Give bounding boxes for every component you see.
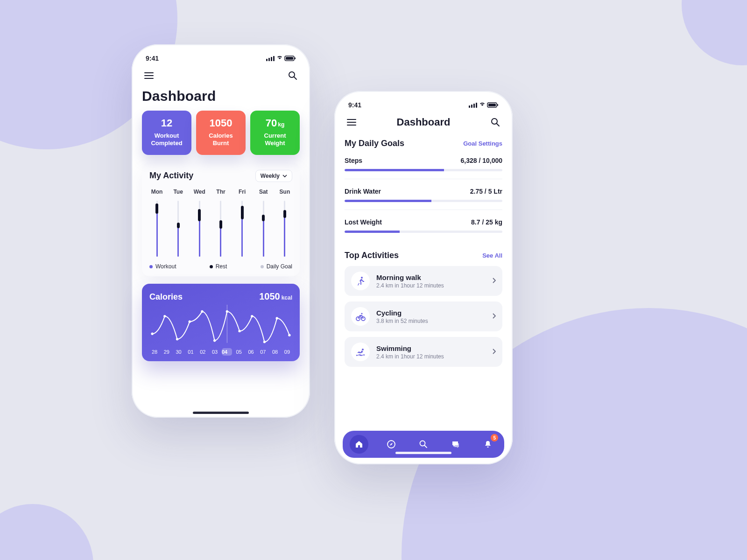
goal-settings-link[interactable]: Goal Settings bbox=[463, 140, 502, 147]
activity-legend: Workout Rest Daily Goal bbox=[149, 263, 292, 270]
calories-date[interactable]: 30 bbox=[174, 348, 184, 356]
svg-rect-31 bbox=[497, 104, 498, 106]
calories-date[interactable]: 06 bbox=[246, 348, 256, 356]
svg-rect-30 bbox=[488, 104, 496, 106]
tab-messages[interactable] bbox=[446, 435, 465, 454]
goals-title: My Daily Goals bbox=[345, 139, 404, 148]
svg-line-11 bbox=[294, 77, 296, 79]
svg-rect-2 bbox=[271, 57, 272, 61]
calories-date[interactable]: 28 bbox=[149, 348, 160, 356]
activity-day: Tue bbox=[171, 189, 186, 257]
activity-title: My Activity bbox=[149, 171, 193, 181]
calories-date[interactable]: 03 bbox=[210, 348, 220, 356]
svg-rect-27 bbox=[473, 104, 475, 108]
activities-title: Top Activities bbox=[345, 251, 399, 260]
activity-card: My Activity Weekly MonTueWedThrFriSatSun… bbox=[142, 162, 300, 276]
page-title: Dashboard bbox=[142, 87, 300, 111]
activity-day: Mon bbox=[149, 189, 164, 257]
svg-point-24 bbox=[288, 334, 290, 336]
calories-date[interactable]: 01 bbox=[185, 348, 196, 356]
tab-search[interactable] bbox=[414, 435, 433, 454]
bottom-tab-bar: 5 bbox=[343, 431, 504, 458]
svg-point-20 bbox=[238, 329, 240, 332]
svg-rect-26 bbox=[471, 105, 472, 108]
chevron-right-icon bbox=[492, 312, 496, 321]
svg-point-17 bbox=[201, 310, 203, 312]
activity-item[interactable]: Swimming2.4 km in 1hour 12 minutes bbox=[345, 337, 502, 367]
activity-day: Sun bbox=[277, 189, 292, 257]
svg-point-22 bbox=[263, 341, 266, 343]
hamburger-icon[interactable] bbox=[142, 69, 156, 83]
svg-point-16 bbox=[189, 320, 191, 322]
calories-date[interactable]: 29 bbox=[162, 348, 172, 356]
svg-point-41 bbox=[362, 349, 364, 350]
svg-point-14 bbox=[163, 315, 166, 317]
goals-list: Steps6,328 / 10,000Drink Water2.75 / 5 L… bbox=[345, 157, 502, 240]
svg-line-36 bbox=[497, 124, 499, 126]
svg-point-23 bbox=[276, 317, 278, 319]
calories-title: Calories bbox=[149, 292, 183, 302]
svg-rect-0 bbox=[266, 59, 268, 61]
activity-day: Wed bbox=[192, 189, 207, 257]
svg-point-18 bbox=[213, 339, 216, 342]
calories-date[interactable]: 02 bbox=[197, 348, 208, 356]
stat-weight[interactable]: 70kg CurrentWeight bbox=[250, 111, 300, 155]
chevron-down-icon bbox=[282, 175, 287, 177]
swim-icon bbox=[351, 343, 370, 361]
tab-explore[interactable] bbox=[382, 435, 401, 454]
calories-date[interactable]: 09 bbox=[282, 348, 292, 356]
stat-workouts[interactable]: 12 WorkoutCompleted bbox=[142, 111, 191, 155]
goal-item: Steps6,328 / 10,000 bbox=[345, 157, 502, 179]
calories-card: Calories 1050kcal 2829300102030405060708… bbox=[142, 284, 300, 362]
svg-point-19 bbox=[226, 310, 228, 312]
svg-line-44 bbox=[424, 446, 427, 448]
calories-date[interactable]: 07 bbox=[258, 348, 268, 356]
calories-date[interactable]: 05 bbox=[234, 348, 244, 356]
phone-screen-goals: 9:41 Dashboard My Daily Goals Goal Setti… bbox=[334, 91, 513, 464]
svg-point-43 bbox=[420, 441, 425, 446]
calories-date[interactable]: 08 bbox=[270, 348, 280, 356]
status-bar: 9:41 bbox=[142, 53, 300, 67]
phone-screen-dashboard: 9:41 Dashboard 12 WorkoutCompleted 1050 … bbox=[132, 44, 310, 418]
notification-badge: 5 bbox=[491, 434, 498, 441]
activity-chart: MonTueWedThrFriSatSun bbox=[149, 189, 292, 257]
status-time: 9:41 bbox=[348, 101, 361, 109]
range-selector[interactable]: Weekly bbox=[255, 170, 292, 182]
search-icon[interactable] bbox=[488, 115, 502, 129]
tab-notifications[interactable]: 5 bbox=[479, 435, 497, 454]
status-icons bbox=[469, 102, 499, 108]
tab-home[interactable] bbox=[350, 435, 368, 454]
search-icon[interactable] bbox=[286, 69, 300, 83]
svg-point-37 bbox=[361, 277, 363, 279]
chevron-right-icon bbox=[492, 348, 496, 356]
activities-list: Morning walk2.4 km in 1hour 12 minutesCy… bbox=[345, 266, 502, 367]
activity-day: Fri bbox=[235, 189, 250, 257]
svg-rect-1 bbox=[268, 58, 270, 61]
status-time: 9:41 bbox=[146, 55, 159, 62]
run-icon bbox=[351, 272, 370, 290]
svg-point-21 bbox=[251, 315, 253, 317]
svg-point-15 bbox=[176, 338, 178, 340]
bike-icon bbox=[351, 307, 370, 326]
home-indicator bbox=[395, 452, 451, 454]
page-title: Dashboard bbox=[397, 116, 451, 128]
calories-dates: 282930010203040506070809 bbox=[149, 348, 292, 356]
hamburger-icon[interactable] bbox=[345, 115, 359, 129]
svg-rect-5 bbox=[286, 57, 293, 60]
stat-calories[interactable]: 1050 CaloriesBurnt bbox=[196, 111, 246, 155]
svg-point-39 bbox=[361, 317, 365, 321]
see-all-link[interactable]: See All bbox=[482, 252, 502, 259]
svg-rect-28 bbox=[476, 103, 477, 108]
stats-row: 12 WorkoutCompleted 1050 CaloriesBurnt 7… bbox=[142, 111, 300, 155]
svg-point-13 bbox=[151, 332, 153, 335]
goal-item: Lost Weight8.7 / 25 kg bbox=[345, 218, 502, 240]
svg-point-10 bbox=[289, 72, 295, 77]
status-bar: 9:41 bbox=[345, 99, 502, 113]
goal-item: Drink Water2.75 / 5 Ltr bbox=[345, 188, 502, 210]
svg-rect-3 bbox=[273, 56, 275, 61]
activity-item[interactable]: Cycling3.8 km in 52 minutes bbox=[345, 301, 502, 331]
calories-date[interactable]: 04 bbox=[222, 348, 232, 356]
svg-point-40 bbox=[361, 313, 362, 314]
activity-item[interactable]: Morning walk2.4 km in 1hour 12 minutes bbox=[345, 266, 502, 296]
activity-day: Thr bbox=[213, 189, 228, 257]
